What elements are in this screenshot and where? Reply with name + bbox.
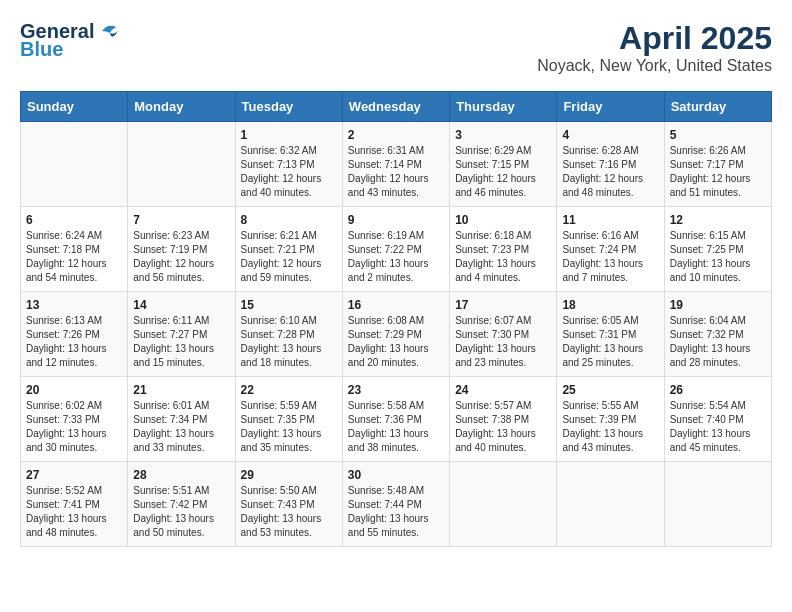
calendar-cell: 2Sunrise: 6:31 AM Sunset: 7:14 PM Daylig… (342, 122, 449, 207)
day-number: 6 (26, 213, 122, 227)
day-number: 27 (26, 468, 122, 482)
cell-info: Sunrise: 6:29 AM Sunset: 7:15 PM Dayligh… (455, 144, 551, 200)
day-number: 7 (133, 213, 229, 227)
calendar-cell: 1Sunrise: 6:32 AM Sunset: 7:13 PM Daylig… (235, 122, 342, 207)
logo-bird-icon (98, 23, 120, 39)
day-number: 19 (670, 298, 766, 312)
day-number: 3 (455, 128, 551, 142)
calendar-cell: 22Sunrise: 5:59 AM Sunset: 7:35 PM Dayli… (235, 377, 342, 462)
calendar-cell: 12Sunrise: 6:15 AM Sunset: 7:25 PM Dayli… (664, 207, 771, 292)
day-number: 9 (348, 213, 444, 227)
day-number: 8 (241, 213, 337, 227)
cell-info: Sunrise: 5:51 AM Sunset: 7:42 PM Dayligh… (133, 484, 229, 540)
calendar-cell: 24Sunrise: 5:57 AM Sunset: 7:38 PM Dayli… (450, 377, 557, 462)
day-number: 5 (670, 128, 766, 142)
calendar-cell: 16Sunrise: 6:08 AM Sunset: 7:29 PM Dayli… (342, 292, 449, 377)
week-row-3: 13Sunrise: 6:13 AM Sunset: 7:26 PM Dayli… (21, 292, 772, 377)
calendar-cell: 23Sunrise: 5:58 AM Sunset: 7:36 PM Dayli… (342, 377, 449, 462)
header-friday: Friday (557, 92, 664, 122)
cell-info: Sunrise: 6:32 AM Sunset: 7:13 PM Dayligh… (241, 144, 337, 200)
cell-info: Sunrise: 6:24 AM Sunset: 7:18 PM Dayligh… (26, 229, 122, 285)
cell-info: Sunrise: 6:04 AM Sunset: 7:32 PM Dayligh… (670, 314, 766, 370)
cell-info: Sunrise: 6:21 AM Sunset: 7:21 PM Dayligh… (241, 229, 337, 285)
header-row: SundayMondayTuesdayWednesdayThursdayFrid… (21, 92, 772, 122)
day-number: 2 (348, 128, 444, 142)
cell-info: Sunrise: 6:01 AM Sunset: 7:34 PM Dayligh… (133, 399, 229, 455)
day-number: 11 (562, 213, 658, 227)
day-number: 1 (241, 128, 337, 142)
calendar-cell: 20Sunrise: 6:02 AM Sunset: 7:33 PM Dayli… (21, 377, 128, 462)
day-number: 26 (670, 383, 766, 397)
title-block: April 2025 Noyack, New York, United Stat… (537, 20, 772, 75)
cell-info: Sunrise: 5:59 AM Sunset: 7:35 PM Dayligh… (241, 399, 337, 455)
calendar-title: April 2025 (537, 20, 772, 57)
calendar-cell: 21Sunrise: 6:01 AM Sunset: 7:34 PM Dayli… (128, 377, 235, 462)
page-header: General Blue April 2025 Noyack, New York… (20, 20, 772, 75)
calendar-cell (664, 462, 771, 547)
cell-info: Sunrise: 6:23 AM Sunset: 7:19 PM Dayligh… (133, 229, 229, 285)
day-number: 12 (670, 213, 766, 227)
cell-info: Sunrise: 6:15 AM Sunset: 7:25 PM Dayligh… (670, 229, 766, 285)
day-number: 23 (348, 383, 444, 397)
calendar-cell: 26Sunrise: 5:54 AM Sunset: 7:40 PM Dayli… (664, 377, 771, 462)
calendar-cell: 30Sunrise: 5:48 AM Sunset: 7:44 PM Dayli… (342, 462, 449, 547)
header-wednesday: Wednesday (342, 92, 449, 122)
cell-info: Sunrise: 6:10 AM Sunset: 7:28 PM Dayligh… (241, 314, 337, 370)
header-saturday: Saturday (664, 92, 771, 122)
cell-info: Sunrise: 5:48 AM Sunset: 7:44 PM Dayligh… (348, 484, 444, 540)
day-number: 22 (241, 383, 337, 397)
header-tuesday: Tuesday (235, 92, 342, 122)
calendar-cell: 8Sunrise: 6:21 AM Sunset: 7:21 PM Daylig… (235, 207, 342, 292)
cell-info: Sunrise: 5:52 AM Sunset: 7:41 PM Dayligh… (26, 484, 122, 540)
calendar-cell (128, 122, 235, 207)
day-number: 13 (26, 298, 122, 312)
cell-info: Sunrise: 5:57 AM Sunset: 7:38 PM Dayligh… (455, 399, 551, 455)
calendar-cell: 13Sunrise: 6:13 AM Sunset: 7:26 PM Dayli… (21, 292, 128, 377)
calendar-subtitle: Noyack, New York, United States (537, 57, 772, 75)
calendar-cell: 4Sunrise: 6:28 AM Sunset: 7:16 PM Daylig… (557, 122, 664, 207)
day-number: 20 (26, 383, 122, 397)
calendar-cell (450, 462, 557, 547)
cell-info: Sunrise: 6:11 AM Sunset: 7:27 PM Dayligh… (133, 314, 229, 370)
week-row-2: 6Sunrise: 6:24 AM Sunset: 7:18 PM Daylig… (21, 207, 772, 292)
calendar-cell: 29Sunrise: 5:50 AM Sunset: 7:43 PM Dayli… (235, 462, 342, 547)
cell-info: Sunrise: 6:02 AM Sunset: 7:33 PM Dayligh… (26, 399, 122, 455)
calendar-cell: 14Sunrise: 6:11 AM Sunset: 7:27 PM Dayli… (128, 292, 235, 377)
logo: General Blue (20, 20, 120, 60)
week-row-1: 1Sunrise: 6:32 AM Sunset: 7:13 PM Daylig… (21, 122, 772, 207)
header-thursday: Thursday (450, 92, 557, 122)
calendar-cell: 5Sunrise: 6:26 AM Sunset: 7:17 PM Daylig… (664, 122, 771, 207)
calendar-cell: 15Sunrise: 6:10 AM Sunset: 7:28 PM Dayli… (235, 292, 342, 377)
calendar-cell: 6Sunrise: 6:24 AM Sunset: 7:18 PM Daylig… (21, 207, 128, 292)
day-number: 21 (133, 383, 229, 397)
day-number: 10 (455, 213, 551, 227)
header-monday: Monday (128, 92, 235, 122)
day-number: 4 (562, 128, 658, 142)
calendar-cell: 11Sunrise: 6:16 AM Sunset: 7:24 PM Dayli… (557, 207, 664, 292)
calendar-cell (557, 462, 664, 547)
day-number: 24 (455, 383, 551, 397)
day-number: 16 (348, 298, 444, 312)
header-sunday: Sunday (21, 92, 128, 122)
calendar-cell: 19Sunrise: 6:04 AM Sunset: 7:32 PM Dayli… (664, 292, 771, 377)
cell-info: Sunrise: 5:50 AM Sunset: 7:43 PM Dayligh… (241, 484, 337, 540)
cell-info: Sunrise: 5:55 AM Sunset: 7:39 PM Dayligh… (562, 399, 658, 455)
calendar-cell: 7Sunrise: 6:23 AM Sunset: 7:19 PM Daylig… (128, 207, 235, 292)
cell-info: Sunrise: 6:18 AM Sunset: 7:23 PM Dayligh… (455, 229, 551, 285)
calendar-cell (21, 122, 128, 207)
calendar-cell: 25Sunrise: 5:55 AM Sunset: 7:39 PM Dayli… (557, 377, 664, 462)
logo-blue: Blue (20, 38, 120, 60)
cell-info: Sunrise: 6:31 AM Sunset: 7:14 PM Dayligh… (348, 144, 444, 200)
cell-info: Sunrise: 6:13 AM Sunset: 7:26 PM Dayligh… (26, 314, 122, 370)
calendar-table: SundayMondayTuesdayWednesdayThursdayFrid… (20, 91, 772, 547)
calendar-cell: 3Sunrise: 6:29 AM Sunset: 7:15 PM Daylig… (450, 122, 557, 207)
calendar-cell: 10Sunrise: 6:18 AM Sunset: 7:23 PM Dayli… (450, 207, 557, 292)
calendar-cell: 28Sunrise: 5:51 AM Sunset: 7:42 PM Dayli… (128, 462, 235, 547)
cell-info: Sunrise: 6:28 AM Sunset: 7:16 PM Dayligh… (562, 144, 658, 200)
cell-info: Sunrise: 5:58 AM Sunset: 7:36 PM Dayligh… (348, 399, 444, 455)
cell-info: Sunrise: 6:07 AM Sunset: 7:30 PM Dayligh… (455, 314, 551, 370)
calendar-cell: 27Sunrise: 5:52 AM Sunset: 7:41 PM Dayli… (21, 462, 128, 547)
day-number: 15 (241, 298, 337, 312)
calendar-cell: 17Sunrise: 6:07 AM Sunset: 7:30 PM Dayli… (450, 292, 557, 377)
cell-info: Sunrise: 6:26 AM Sunset: 7:17 PM Dayligh… (670, 144, 766, 200)
